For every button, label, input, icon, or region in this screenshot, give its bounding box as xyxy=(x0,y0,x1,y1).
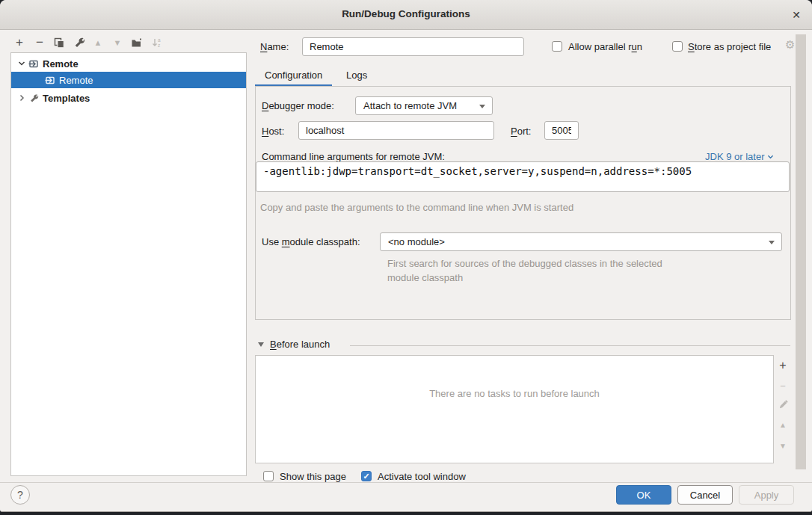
help-button[interactable]: ? xyxy=(10,485,30,505)
move-task-down-button: ▼ xyxy=(776,439,790,452)
edit-templates-button[interactable] xyxy=(71,34,87,51)
port-input[interactable] xyxy=(544,121,579,140)
show-this-page-label[interactable]: Show this page xyxy=(280,471,346,482)
tree-item-label: Remote xyxy=(43,58,79,70)
label-part: ame: xyxy=(267,41,289,52)
label-part: B xyxy=(270,339,277,350)
title-bar: Run/Debug Configurations ✕ xyxy=(0,0,812,30)
check-icon: ✓ xyxy=(363,472,369,481)
debugger-mode-select[interactable]: Attach to remote JVM xyxy=(355,96,493,115)
command-line-arguments-label: Command line arguments for remote JVM: xyxy=(262,151,445,162)
chevron-down-icon xyxy=(479,105,485,108)
label-part: ommand line arguments for remote JVM: xyxy=(268,151,445,162)
tree-item-templates[interactable]: Templates xyxy=(11,90,246,106)
port-label: Port: xyxy=(511,126,531,137)
label-part: ost: xyxy=(268,126,284,137)
move-down-button: ▼ xyxy=(109,34,126,51)
store-as-project-file-checkbox[interactable] xyxy=(672,41,683,52)
page-options-row: Show this page ✓ Activate tool window xyxy=(260,470,574,482)
svg-text:z: z xyxy=(158,43,160,48)
label-part: m xyxy=(282,236,290,247)
show-this-page-checkbox[interactable] xyxy=(263,471,274,481)
ok-button[interactable]: OK xyxy=(616,485,671,505)
store-as-project-file-label[interactable]: Store as project file xyxy=(688,41,771,52)
add-task-button[interactable]: + xyxy=(776,359,790,372)
allow-parallel-run-checkbox[interactable] xyxy=(552,41,562,52)
remote-config-icon xyxy=(44,74,56,86)
minus-icon: − xyxy=(780,380,786,392)
activate-tool-window-label[interactable]: Activate tool window xyxy=(378,471,466,482)
remote-config-icon xyxy=(28,58,40,70)
label-part: tore as project file xyxy=(695,41,772,52)
label-part: odule classpath: xyxy=(290,236,360,247)
label-part: u xyxy=(632,41,637,52)
label-part: D xyxy=(262,100,268,111)
jdk-version-selector[interactable]: JDK 9 or later xyxy=(705,151,774,162)
module-classpath-value: <no module> xyxy=(388,236,445,247)
remove-task-button: − xyxy=(776,379,790,392)
arrow-down-icon: ▼ xyxy=(114,35,122,50)
jdk-version-value: JDK 9 or later xyxy=(705,151,764,162)
label-part: N xyxy=(260,41,267,52)
label-part: C xyxy=(262,151,268,162)
before-launch-task-list[interactable] xyxy=(255,355,774,463)
pencil-icon xyxy=(778,400,788,410)
label-part: ort: xyxy=(517,126,532,137)
sort-az-icon: az xyxy=(152,37,163,49)
tree-item-label: Templates xyxy=(43,93,90,104)
label-part: Use xyxy=(262,236,282,247)
host-input[interactable] xyxy=(298,121,494,140)
new-folder-icon xyxy=(131,37,144,49)
empty-task-list-text: There are no tasks to run before launch xyxy=(255,388,774,399)
before-launch-title[interactable]: Before launch xyxy=(270,339,330,350)
section-divider xyxy=(350,345,790,346)
label-part: efore launch xyxy=(277,339,330,350)
name-label: Name: xyxy=(260,41,289,52)
label-part: P xyxy=(511,126,517,137)
tab-logs[interactable]: Logs xyxy=(336,66,377,84)
debugger-mode-value: Attach to remote JVM xyxy=(363,100,457,111)
module-classpath-select[interactable]: <no module> xyxy=(380,232,782,251)
chevron-right-icon[interactable] xyxy=(16,92,28,104)
tree-item-remote-selected[interactable]: Remote xyxy=(11,72,246,88)
gear-icon[interactable]: ⚙ xyxy=(785,38,795,52)
collapse-triangle-icon[interactable] xyxy=(258,342,264,347)
host-label: Host: xyxy=(262,126,284,137)
activate-tool-window-checkbox[interactable]: ✓ xyxy=(361,471,372,481)
vertical-scrollbar[interactable] xyxy=(796,34,806,469)
tree-item-label: Remote xyxy=(59,75,93,86)
move-task-up-button: ▲ xyxy=(776,418,790,431)
minus-icon: − xyxy=(36,35,43,50)
label-part: ebugger mode: xyxy=(268,100,333,111)
arrow-down-icon: ▼ xyxy=(779,442,787,450)
sort-alphabetically-button: az xyxy=(149,34,165,51)
tab-configuration[interactable]: Configuration xyxy=(255,66,332,87)
name-input[interactable] xyxy=(302,37,524,56)
plus-icon: + xyxy=(16,35,23,50)
add-configuration-button[interactable]: + xyxy=(11,34,28,51)
module-classpath-hint-line2: module classpath xyxy=(387,272,463,283)
configurations-tree: Remote Remote Templates xyxy=(10,52,247,476)
chevron-down-icon[interactable] xyxy=(16,58,28,70)
new-folder-button[interactable] xyxy=(129,34,145,51)
copy-configuration-button[interactable] xyxy=(51,34,67,51)
run-debug-configurations-dialog: Run/Debug Configurations ✕ + − ▲ ▼ az Re… xyxy=(0,0,812,512)
move-up-button: ▲ xyxy=(90,34,106,51)
allow-parallel-run-label[interactable]: Allow parallel run xyxy=(568,41,642,52)
remove-configuration-button[interactable]: − xyxy=(31,34,48,51)
tree-item-remote-group[interactable]: Remote xyxy=(11,55,246,72)
dialog-title: Run/Debug Configurations xyxy=(0,8,812,19)
arrow-up-icon: ▲ xyxy=(779,421,787,429)
svg-text:a: a xyxy=(158,37,161,43)
footer-divider xyxy=(0,482,812,483)
close-icon[interactable]: ✕ xyxy=(792,8,801,22)
wrench-icon xyxy=(28,92,40,104)
plus-icon: + xyxy=(779,359,786,372)
arrow-up-icon: ▲ xyxy=(94,35,102,50)
cancel-button[interactable]: Cancel xyxy=(677,485,733,505)
command-line-arguments-field[interactable]: -agentlib:jdwp=transport=dt_socket,serve… xyxy=(256,161,790,192)
wrench-icon xyxy=(73,37,85,49)
label-part: n xyxy=(637,41,642,52)
debugger-mode-label: Debugger mode: xyxy=(262,100,334,111)
label-part: H xyxy=(262,126,268,137)
